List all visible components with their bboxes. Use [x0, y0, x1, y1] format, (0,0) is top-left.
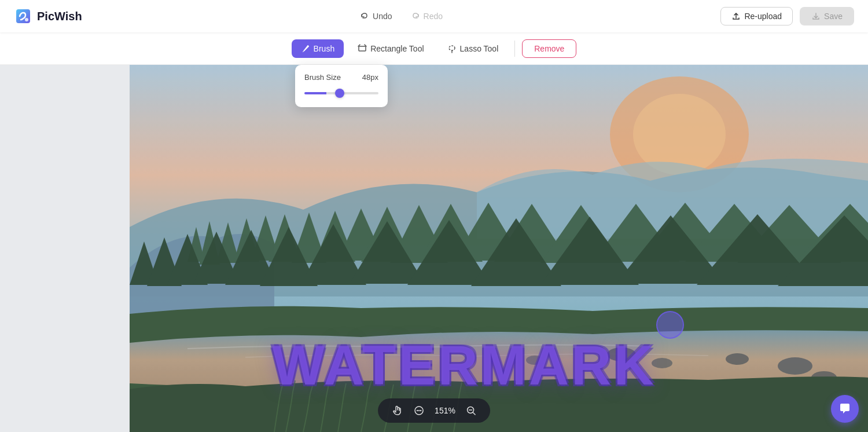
- brush-size-value: 48px: [362, 73, 378, 82]
- header: PicWish Undo Redo Re-upload: [0, 0, 868, 32]
- chat-button[interactable]: [831, 395, 859, 423]
- hand-tool-button[interactable]: [387, 403, 407, 418]
- brush-tool-button[interactable]: Brush: [292, 39, 344, 58]
- logo: PicWish: [14, 7, 82, 25]
- lasso-icon: [447, 44, 457, 53]
- rectangle-tool-label: Rectangle Tool: [370, 44, 424, 53]
- brush-size-label: Brush Size: [304, 73, 341, 82]
- zoom-level: 151%: [431, 406, 459, 415]
- chat-icon: [838, 402, 851, 415]
- svg-point-0: [25, 18, 28, 21]
- reupload-button[interactable]: Re-upload: [720, 7, 793, 25]
- brush-label: Brush: [314, 44, 335, 53]
- redo-icon: [411, 12, 420, 21]
- brush-size-row: Brush Size 48px: [304, 73, 378, 82]
- comment-tool-button[interactable]: [409, 403, 429, 418]
- svg-point-4: [449, 46, 455, 50]
- undo-label: Undo: [373, 12, 392, 21]
- save-label: Save: [824, 12, 843, 21]
- hand-icon: [392, 405, 402, 416]
- redo-label: Redo: [424, 12, 443, 21]
- brush-icon: [301, 44, 310, 53]
- zoom-out-button[interactable]: [461, 403, 481, 418]
- svg-point-17: [418, 410, 420, 411]
- bottom-toolbar: 151%: [378, 398, 490, 423]
- lasso-tool-label: Lasso Tool: [460, 44, 499, 53]
- logo-text: PicWish: [37, 10, 82, 23]
- svg-rect-14: [130, 65, 868, 432]
- reupload-icon: [731, 12, 741, 21]
- lasso-tool-button[interactable]: Lasso Tool: [438, 39, 508, 58]
- zoom-out-icon: [466, 405, 476, 416]
- undo-button[interactable]: Undo: [353, 8, 399, 24]
- picwish-logo-icon: [14, 7, 32, 25]
- svg-line-21: [473, 412, 475, 415]
- rectangle-tool-button[interactable]: Rectangle Tool: [348, 39, 433, 58]
- brush-slider-container[interactable]: [304, 87, 378, 99]
- header-center: Undo Redo: [353, 8, 450, 24]
- rectangle-icon: [358, 44, 367, 53]
- svg-point-16: [417, 410, 418, 411]
- remove-button[interactable]: Remove: [522, 39, 576, 58]
- undo-icon: [360, 12, 369, 21]
- background-scene: [130, 65, 868, 432]
- svg-point-18: [420, 410, 421, 411]
- comment-icon: [414, 405, 424, 416]
- save-icon: [811, 12, 821, 21]
- header-right: Re-upload Save: [720, 7, 854, 25]
- brush-size-slider[interactable]: [304, 92, 378, 94]
- toolbar-divider: [514, 41, 515, 57]
- reupload-label: Re-upload: [744, 12, 782, 21]
- save-button[interactable]: Save: [800, 7, 854, 25]
- canvas-area[interactable]: WATERMARK: [0, 65, 868, 432]
- remove-label: Remove: [534, 44, 564, 53]
- brush-size-dropdown: Brush Size 48px: [295, 65, 388, 107]
- toolbar: Brush Rectangle Tool Lasso Tool Remove: [0, 32, 868, 65]
- image-container: WATERMARK: [130, 65, 868, 432]
- svg-rect-1: [359, 46, 366, 51]
- redo-button[interactable]: Redo: [404, 8, 450, 24]
